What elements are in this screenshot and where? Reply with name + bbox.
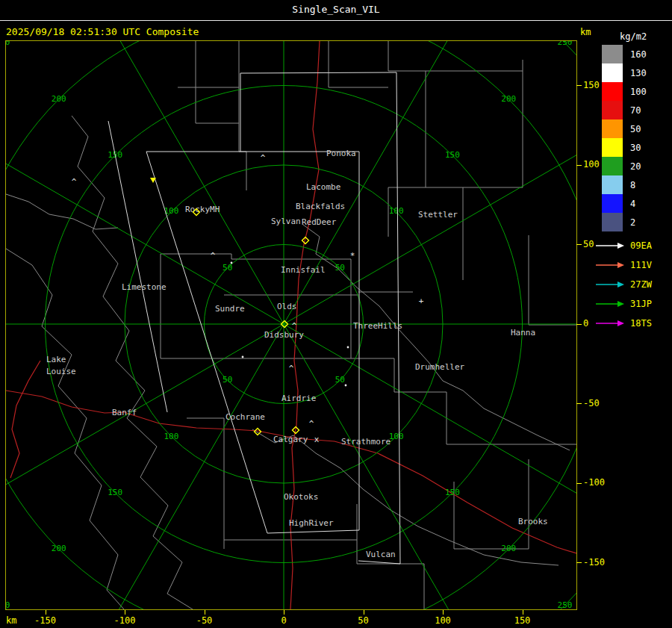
storm-track-legend: 09EA111V27ZW31JP18TS — [594, 236, 652, 333]
track-arrow-icon — [594, 241, 626, 250]
x-axis-tick-label: -50 — [187, 615, 223, 626]
y-axis-tick-label: -150 — [583, 557, 605, 568]
y-axis-tick-label: -100 — [583, 477, 605, 488]
city-label: Sundre — [215, 304, 245, 314]
plus-marker: + — [419, 296, 424, 306]
color-scale-value: 160 — [630, 49, 647, 60]
track-arrow-icon — [594, 280, 626, 289]
y-axis-tick-label: 150 — [583, 80, 600, 90]
x-axis-tick — [46, 610, 46, 615]
highway-line — [10, 361, 40, 478]
range-ring-label: 200 — [501, 94, 516, 104]
y-axis-tick — [576, 324, 582, 325]
city-label: Didsbury — [264, 330, 304, 340]
range-ring-label: 250 — [558, 600, 573, 609]
city-label: Hanna — [511, 328, 535, 338]
range-ring-label: 150 — [108, 488, 122, 497]
y-axis-unit-label: km — [580, 27, 591, 37]
color-scale-swatch — [602, 63, 623, 82]
track-id-label: 09EA — [630, 240, 652, 251]
color-scale-swatch — [602, 194, 623, 213]
city-label: Banff — [112, 408, 137, 417]
range-ring-label: 250 — [6, 600, 10, 609]
storm-track-row: 111V — [594, 255, 652, 275]
city-label: Lacombe — [306, 182, 340, 192]
color-scale-value: 8 — [630, 180, 635, 190]
city-label: Limestone — [122, 282, 167, 292]
county-boundary-line — [72, 116, 193, 609]
city-label: RedDeer — [302, 217, 337, 227]
caret-marker: ^ — [261, 153, 266, 163]
track-arrow-head — [617, 320, 624, 326]
range-ring-label: 250 — [558, 41, 573, 47]
x-axis-tick-label: -100 — [107, 615, 143, 626]
city-label: Louise — [46, 367, 76, 376]
scan-boundary-line — [240, 72, 396, 73]
county-boundary-line — [196, 41, 239, 123]
range-ring-label: 100 — [389, 206, 404, 216]
range-ring-label: 250 — [6, 41, 10, 47]
color-scale-row: 4 — [602, 194, 647, 213]
city-label: Airdrie — [281, 394, 316, 403]
window-title-text: Single_Scan_VIL — [292, 4, 379, 15]
track-arrow-icon — [594, 319, 626, 328]
city-label: Brooks — [518, 517, 548, 526]
y-axis-tick-label: -50 — [583, 398, 600, 408]
county-boundary-line — [529, 235, 576, 325]
x-axis-tick — [443, 610, 444, 615]
city-label: Okotoks — [284, 492, 318, 502]
county-boundary-line — [426, 60, 523, 187]
color-scale-swatch — [602, 101, 623, 119]
cell-dot-marker — [347, 346, 349, 349]
caret-marker: ^ — [309, 419, 314, 429]
color-scale-row: 2 — [602, 213, 647, 231]
track-arrow-icon — [594, 261, 626, 270]
x-axis-tick — [284, 610, 284, 615]
scan-boundary-line — [267, 530, 359, 533]
color-scale-value: 100 — [630, 87, 647, 97]
city-label: Sylvan — [271, 217, 301, 226]
track-id-label: 27ZW — [630, 279, 652, 290]
range-ring-label: 200 — [52, 544, 66, 553]
range-ring-label: 50 — [223, 263, 232, 273]
color-scale-row: 70 — [602, 101, 647, 119]
window-title: Single_Scan_VIL — [0, 0, 672, 21]
legend-unit-label: kg/m2 — [620, 31, 647, 42]
city-label: Innisfail — [281, 265, 326, 275]
color-scale-row: 130 — [602, 63, 647, 82]
caret-marker: ^ — [289, 364, 294, 373]
caret-marker: ^ — [72, 177, 77, 187]
track-arrow-head — [617, 243, 624, 249]
x-axis-tick-label: 150 — [505, 615, 541, 626]
x-axis-tick — [125, 610, 125, 615]
color-scale-value: 20 — [630, 161, 641, 172]
storm-track-row: 31JP — [594, 294, 652, 314]
city-label: RockyMH — [185, 205, 220, 214]
color-scale-row: 160 — [602, 45, 647, 63]
radar-map: 5050505010010010010015015015015020020020… — [6, 41, 576, 609]
range-ring-label: 200 — [52, 94, 66, 104]
y-axis-tick — [576, 165, 582, 166]
scan-boundary-line — [358, 561, 400, 564]
color-scale-swatch — [602, 157, 623, 175]
x-axis-tick — [205, 610, 205, 615]
highway-line — [296, 438, 576, 553]
range-ring-label: 150 — [445, 150, 460, 160]
cell-dot-marker — [242, 356, 244, 358]
track-arrow-head — [617, 262, 624, 268]
y-axis-tick — [576, 483, 582, 484]
track-id-label: 18TS — [630, 318, 652, 329]
y-axis-tick — [576, 85, 582, 86]
color-scale-value: 70 — [630, 105, 641, 116]
county-boundary-line — [6, 194, 118, 229]
color-scale-swatch — [602, 175, 623, 194]
range-ring-label: 200 — [501, 544, 516, 553]
track-id-label: 111V — [630, 260, 652, 270]
color-scale-value: 130 — [630, 68, 647, 78]
caret-marker: ^ — [211, 251, 216, 261]
color-scale-row: 30 — [602, 138, 647, 157]
x-marker: x — [314, 435, 320, 444]
county-boundary-line — [454, 459, 529, 549]
color-scale-swatch — [602, 119, 623, 138]
color-scale-value: 30 — [630, 143, 641, 153]
